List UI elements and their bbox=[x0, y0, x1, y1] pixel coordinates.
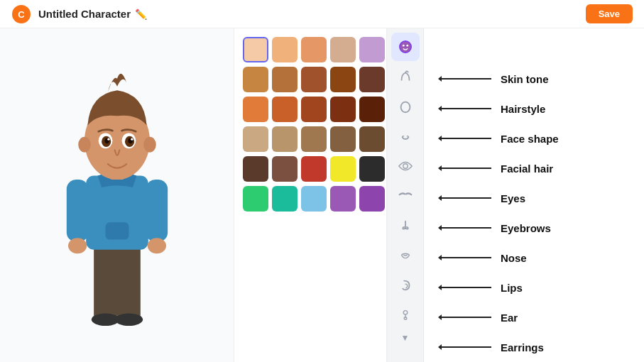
app-title: Untitled Character bbox=[38, 8, 131, 20]
svg-point-15 bbox=[143, 137, 156, 153]
label-row-eyes: Eyes bbox=[438, 183, 644, 213]
color-swatch[interactable] bbox=[330, 156, 356, 182]
color-grid-row6 bbox=[243, 186, 378, 212]
sidebar-item-facial-hair[interactable] bbox=[391, 122, 420, 150]
sidebar-item-earrings[interactable] bbox=[391, 301, 420, 329]
svg-point-24 bbox=[399, 41, 411, 53]
arrow-face-shape bbox=[438, 133, 495, 144]
color-swatch[interactable] bbox=[243, 156, 268, 182]
edit-icon[interactable]: ✏️ bbox=[135, 9, 147, 20]
color-swatch[interactable] bbox=[330, 67, 356, 92]
character-preview bbox=[25, 32, 209, 358]
color-swatch[interactable] bbox=[243, 67, 268, 92]
sidebar-item-ear[interactable] bbox=[391, 271, 420, 300]
svg-point-10 bbox=[68, 238, 87, 253]
color-swatch[interactable] bbox=[272, 126, 298, 152]
sidebar-item-eyebrows[interactable] bbox=[391, 182, 420, 210]
header: C Untitled Character ✏️ Save bbox=[0, 0, 644, 28]
arrow-earrings bbox=[438, 341, 495, 353]
color-swatch[interactable] bbox=[330, 186, 356, 212]
color-swatch[interactable] bbox=[301, 37, 327, 62]
color-swatch[interactable] bbox=[272, 156, 298, 182]
label-row-facial-hair: Facial hair bbox=[438, 153, 644, 183]
color-grid-row5 bbox=[243, 156, 378, 182]
label-facial-hair: Facial hair bbox=[501, 163, 553, 175]
color-swatch[interactable] bbox=[359, 126, 385, 152]
arrow-eyebrows bbox=[438, 222, 495, 234]
label-face-shape: Face shape bbox=[501, 133, 559, 145]
label-hairstyle: Hairstyle bbox=[501, 103, 545, 115]
color-grid-row4 bbox=[243, 126, 378, 152]
label-eyebrows: Eyebrows bbox=[501, 222, 551, 234]
svg-marker-44 bbox=[438, 255, 442, 260]
svg-point-29 bbox=[403, 311, 408, 315]
color-swatch[interactable] bbox=[359, 97, 385, 122]
color-swatch[interactable] bbox=[272, 37, 298, 62]
svg-point-22 bbox=[107, 138, 109, 141]
svg-marker-50 bbox=[438, 344, 442, 350]
arrow-hairstyle bbox=[438, 103, 495, 114]
svg-point-23 bbox=[131, 138, 133, 141]
color-swatch[interactable] bbox=[243, 37, 268, 62]
color-swatch[interactable] bbox=[301, 126, 327, 152]
sidebar-item-hairstyle[interactable] bbox=[391, 62, 420, 91]
main-content: ▼ Skin tone Hairstyle bbox=[0, 28, 644, 362]
scroll-down-indicator[interactable]: ▼ bbox=[391, 331, 420, 345]
save-button[interactable]: Save bbox=[586, 4, 633, 23]
sidebar-item-eyes[interactable] bbox=[391, 152, 420, 180]
color-swatch[interactable] bbox=[301, 156, 327, 182]
color-swatch[interactable] bbox=[359, 67, 385, 92]
svg-point-30 bbox=[404, 317, 407, 320]
svg-point-25 bbox=[402, 45, 404, 47]
svg-rect-8 bbox=[66, 180, 88, 242]
label-lips: Lips bbox=[501, 282, 523, 294]
svg-marker-46 bbox=[438, 285, 442, 290]
color-swatch[interactable] bbox=[272, 67, 298, 92]
sidebar-item-lips[interactable] bbox=[391, 241, 420, 270]
svg-point-14 bbox=[78, 137, 91, 153]
color-swatch[interactable] bbox=[330, 37, 356, 62]
sidebar-item-face-shape[interactable] bbox=[391, 92, 420, 121]
label-row-lips: Lips bbox=[438, 273, 644, 302]
svg-rect-2 bbox=[94, 242, 117, 320]
svg-marker-34 bbox=[438, 106, 442, 111]
svg-marker-32 bbox=[438, 76, 442, 82]
color-swatch[interactable] bbox=[243, 186, 268, 212]
label-earrings: Earrings bbox=[501, 341, 544, 353]
sidebar-item-skin-tone[interactable] bbox=[391, 33, 420, 61]
color-swatch[interactable] bbox=[359, 186, 385, 212]
svg-rect-9 bbox=[146, 180, 168, 242]
label-eyes: Eyes bbox=[501, 192, 525, 204]
color-grid-row1 bbox=[243, 37, 378, 62]
label-ear: Ear bbox=[501, 312, 518, 324]
color-grid-row2 bbox=[243, 67, 378, 92]
sidebar-item-nose[interactable] bbox=[391, 212, 420, 240]
color-swatch[interactable] bbox=[359, 37, 385, 62]
svg-marker-36 bbox=[438, 136, 442, 141]
svg-rect-3 bbox=[117, 242, 141, 320]
color-swatch[interactable] bbox=[243, 126, 268, 152]
color-swatch[interactable] bbox=[301, 186, 327, 212]
color-swatch[interactable] bbox=[359, 156, 385, 182]
svg-point-26 bbox=[406, 45, 408, 47]
svg-point-5 bbox=[114, 313, 142, 326]
color-swatch[interactable] bbox=[301, 67, 327, 92]
sidebar-panel: ▼ bbox=[387, 28, 424, 362]
color-swatch[interactable] bbox=[272, 186, 298, 212]
svg-marker-48 bbox=[438, 314, 442, 320]
svg-marker-40 bbox=[438, 195, 442, 201]
color-swatch[interactable] bbox=[301, 97, 327, 122]
label-row-nose: Nose bbox=[438, 243, 644, 273]
color-swatch[interactable] bbox=[243, 97, 268, 122]
arrow-lips bbox=[438, 282, 495, 293]
label-skin-tone: Skin tone bbox=[501, 73, 549, 85]
color-swatch[interactable] bbox=[330, 126, 356, 152]
svg-rect-7 bbox=[105, 222, 129, 239]
color-swatch[interactable] bbox=[330, 97, 356, 122]
label-row-hairstyle: Hairstyle bbox=[438, 94, 644, 124]
label-row-ear: Ear bbox=[438, 302, 644, 332]
label-row-skin-tone: Skin tone bbox=[438, 64, 644, 94]
color-swatch[interactable] bbox=[272, 97, 298, 122]
arrow-facial-hair bbox=[438, 163, 495, 174]
title-area: Untitled Character ✏️ bbox=[38, 8, 579, 20]
